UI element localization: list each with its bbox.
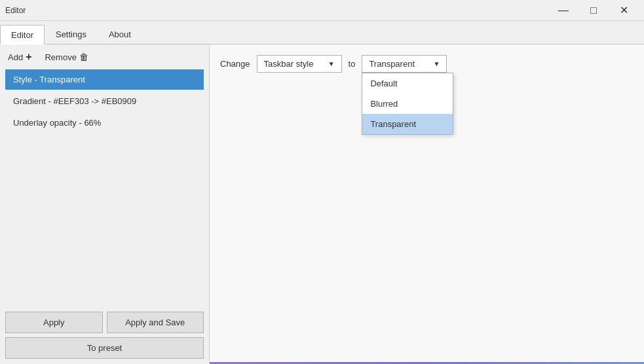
chevron-down-icon: ▼ <box>328 60 335 67</box>
value-dropdown-menu: Default Blurred Transparent <box>362 73 453 135</box>
action-buttons: Apply Apply and Save To preset <box>5 312 204 359</box>
plus-icon: + <box>26 51 31 63</box>
tab-bar: Editor Settings About <box>0 21 644 45</box>
items-list: Style - Transparent Gradient - #EEF303 -… <box>5 69 204 304</box>
value-dropdown: Transparent ▼ Default Blurred Transparen… <box>362 55 447 73</box>
trash-icon: 🗑 <box>79 52 88 62</box>
tab-about[interactable]: About <box>98 24 142 44</box>
value-dropdown-button[interactable]: Transparent ▼ <box>362 55 447 73</box>
change-label: Change <box>220 59 250 69</box>
main-content: Add + Remove 🗑 Style - Transparent Gradi… <box>0 45 644 364</box>
title-bar: Editor — □ ✕ <box>0 0 644 21</box>
tab-editor[interactable]: Editor <box>0 25 45 45</box>
close-button[interactable]: ✕ <box>609 0 639 21</box>
list-item-style-transparent[interactable]: Style - Transparent <box>5 69 204 90</box>
window-title: Editor <box>5 6 26 15</box>
list-item-gradient[interactable]: Gradient - #EEF303 -> #EB0909 <box>5 91 204 111</box>
to-preset-button[interactable]: To preset <box>5 337 204 359</box>
change-row: Change Taskbar style ▼ to Transparent ▼ <box>220 55 634 73</box>
list-item-underlay[interactable]: Underlay opacity - 66% <box>5 113 204 133</box>
right-panel: Change Taskbar style ▼ to Transparent ▼ <box>210 45 644 364</box>
chevron-down-icon: ▼ <box>433 60 440 67</box>
apply-buttons-row: Apply Apply and Save <box>5 312 204 333</box>
style-dropdown: Taskbar style ▼ <box>257 55 342 73</box>
dropdown-option-default[interactable]: Default <box>362 73 453 94</box>
left-panel: Add + Remove 🗑 Style - Transparent Gradi… <box>0 45 210 364</box>
toolbar: Add + Remove 🗑 <box>5 50 204 64</box>
add-button[interactable]: Add + <box>5 50 34 64</box>
tab-settings[interactable]: Settings <box>45 24 98 44</box>
dropdown-option-transparent[interactable]: Transparent <box>362 114 453 134</box>
maximize-button[interactable]: □ <box>578 0 609 21</box>
remove-button[interactable]: Remove 🗑 <box>42 50 90 64</box>
apply-button[interactable]: Apply <box>5 312 103 333</box>
window-controls: — □ ✕ <box>548 0 639 21</box>
apply-and-save-button[interactable]: Apply and Save <box>107 312 204 333</box>
style-dropdown-button[interactable]: Taskbar style ▼ <box>257 55 342 73</box>
to-label: to <box>349 59 356 69</box>
dropdown-option-blurred[interactable]: Blurred <box>362 94 453 114</box>
minimize-button[interactable]: — <box>548 0 578 21</box>
